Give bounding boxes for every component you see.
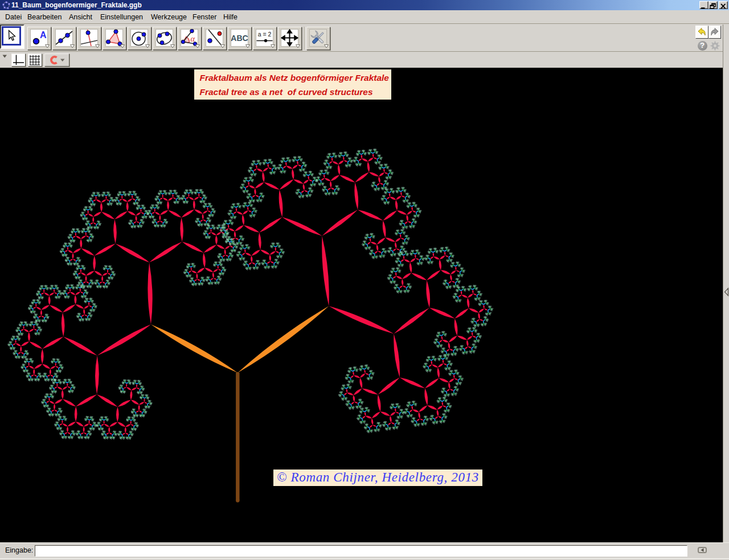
svg-text:α: α xyxy=(190,34,195,43)
svg-text:A: A xyxy=(40,30,47,40)
svg-text:a = 2: a = 2 xyxy=(257,31,271,38)
svg-text:ABC: ABC xyxy=(231,33,248,42)
